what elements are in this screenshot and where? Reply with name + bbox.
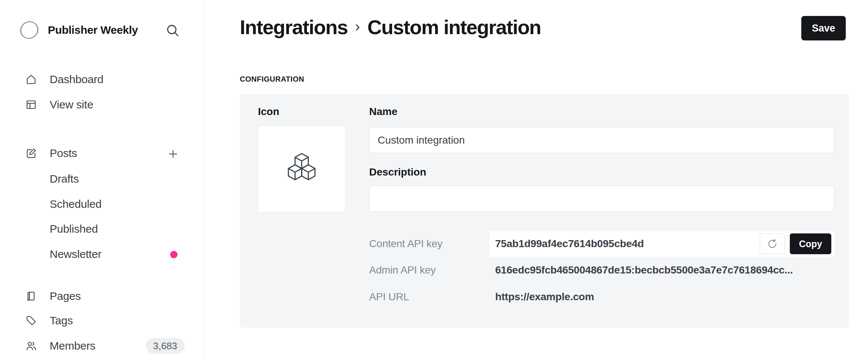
browser-layout-icon xyxy=(24,98,38,111)
sidebar-item-scheduled[interactable]: Scheduled xyxy=(0,196,204,213)
sidebar-item-label: Published xyxy=(50,223,98,235)
admin-api-key-value[interactable]: 616edc95fcb465004867de15:becbcb5500e3a7e… xyxy=(490,264,793,276)
page-title: Custom integration xyxy=(367,16,541,39)
chevron-right-icon: › xyxy=(355,18,360,35)
search-icon[interactable] xyxy=(164,22,181,39)
main-content: Integrations › Custom integration Save C… xyxy=(204,0,868,357)
content-api-key-label: Content API key xyxy=(369,238,490,250)
icon-field-label: Icon xyxy=(258,104,279,119)
description-input[interactable] xyxy=(369,186,834,212)
content-api-key-field: 75ab1d99af4ec7614b095cbe4d Copy xyxy=(490,231,834,257)
sidebar-item-label: Tags xyxy=(50,314,73,327)
sidebar-item-dashboard[interactable]: Dashboard xyxy=(0,71,204,88)
configuration-panel: Icon Name xyxy=(240,94,849,328)
sidebar-item-pages[interactable]: Pages xyxy=(0,288,204,305)
newsletter-notification-dot xyxy=(170,251,178,258)
sidebar-item-members[interactable]: Members 3,683 xyxy=(0,337,204,354)
tag-icon xyxy=(24,314,38,327)
sidebar-item-published[interactable]: Published xyxy=(0,220,204,238)
content-api-key-value[interactable]: 75ab1d99af4ec7614b095cbe4d xyxy=(495,238,760,250)
sidebar-item-label: Drafts xyxy=(50,173,79,185)
sidebar: Publisher Weekly Dashboard xyxy=(0,0,204,357)
members-count-badge: 3,683 xyxy=(146,338,185,354)
content-api-key-row: Content API key 75ab1d99af4ec7614b095cbe… xyxy=(369,231,834,257)
home-icon xyxy=(24,73,38,86)
api-url-label: API URL xyxy=(369,291,490,303)
sidebar-item-label: View site xyxy=(50,98,93,111)
name-input[interactable] xyxy=(369,127,834,153)
sidebar-item-tags[interactable]: Tags xyxy=(0,312,204,329)
sidebar-header: Publisher Weekly xyxy=(18,18,188,42)
sidebar-item-label: Scheduled xyxy=(50,198,102,210)
add-post-plus-icon[interactable] xyxy=(167,148,179,160)
breadcrumb: Integrations › Custom integration xyxy=(240,14,541,40)
save-button[interactable]: Save xyxy=(801,16,846,40)
configuration-section-label: CONFIGURATION xyxy=(240,75,304,83)
site-logo-icon[interactable] xyxy=(18,19,41,42)
people-icon xyxy=(24,339,38,353)
sidebar-item-label: Posts xyxy=(50,147,77,160)
book-icon xyxy=(24,289,38,303)
regenerate-key-button[interactable] xyxy=(760,233,785,254)
sidebar-item-drafts[interactable]: Drafts xyxy=(0,170,204,187)
cubes-icon xyxy=(281,148,322,191)
integration-icon-picker[interactable] xyxy=(258,126,345,212)
sidebar-item-newsletter[interactable]: Newsletter xyxy=(0,246,204,263)
api-url-row: API URL https://example.com xyxy=(369,289,834,304)
admin-api-key-row: Admin API key 616edc95fcb465004867de15:b… xyxy=(369,263,834,278)
api-url-value[interactable]: https://example.com xyxy=(490,291,594,303)
sidebar-item-label: Dashboard xyxy=(50,73,103,86)
description-field-label: Description xyxy=(369,165,426,180)
sidebar-item-label: Pages xyxy=(50,290,81,302)
name-field-label: Name xyxy=(369,104,397,119)
site-title: Publisher Weekly xyxy=(48,24,138,36)
sidebar-item-label: Newsletter xyxy=(50,248,102,261)
sidebar-item-label: Members xyxy=(50,340,96,352)
breadcrumb-integrations-link[interactable]: Integrations xyxy=(240,16,348,39)
sidebar-item-view-site[interactable]: View site xyxy=(0,96,204,113)
sidebar-item-posts[interactable]: Posts xyxy=(0,145,204,162)
app-window: Publisher Weekly Dashboard xyxy=(0,0,868,357)
copy-button[interactable]: Copy xyxy=(790,233,831,254)
admin-api-key-label: Admin API key xyxy=(369,264,490,276)
edit-pencil-icon xyxy=(24,147,38,160)
